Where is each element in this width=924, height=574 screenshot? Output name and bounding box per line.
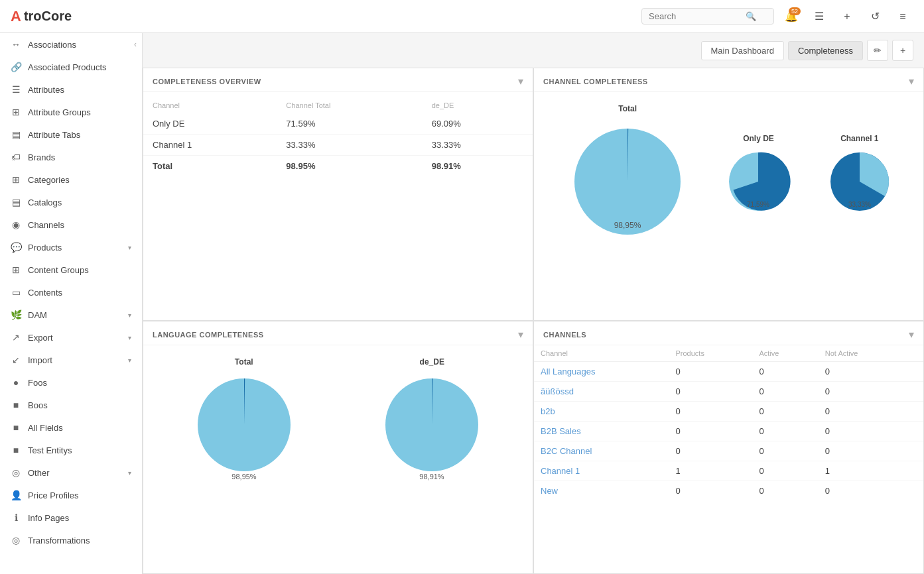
language-pie-section: Total 98,95% de_DE [143, 351, 533, 498]
plus-icon[interactable]: + [836, 6, 858, 27]
completeness-table: Channel Channel Total de_DE Only DE71.59… [143, 97, 533, 176]
sidebar-item-brands[interactable]: 🏷 Brands [0, 146, 142, 168]
channel-cell[interactable]: äüßössd [534, 382, 669, 402]
sidebar-item-content-groups[interactable]: ⊞ Content Groups [0, 258, 142, 281]
completeness-overview-content: Channel Channel Total de_DE Only DE71.59… [143, 92, 533, 320]
sidebar-item-associations[interactable]: ↔ Associations ‹ [0, 33, 142, 56]
lang-total-label: Total [235, 357, 253, 367]
sidebar-item-label: Brands [28, 152, 131, 162]
sidebar-item-price-profiles[interactable]: 👤 Price Profiles [0, 484, 142, 506]
notifications-icon[interactable]: 🔔 52 [781, 6, 802, 27]
scroll-cell [910, 481, 923, 501]
panel-menu-icon[interactable]: ▾ [518, 75, 523, 87]
svg-text:98,91%: 98,91% [420, 473, 445, 481]
active-cell[interactable]: 0 [753, 382, 819, 402]
table-row: b2b000 [534, 402, 923, 422]
sidebar: ↔ Associations ‹ 🔗 Associated Products ☰… [0, 33, 143, 574]
not-active-cell[interactable]: 0 [819, 382, 910, 402]
tab-completeness[interactable]: Completeness [788, 41, 863, 60]
channel-cell[interactable]: B2B Sales [534, 422, 669, 441]
sidebar-item-info-pages[interactable]: ℹ Info Pages [0, 506, 142, 529]
search-input[interactable] [649, 11, 742, 21]
panel-menu-icon[interactable]: ▾ [909, 328, 914, 341]
sidebar-item-import[interactable]: ↙ Import ▾ [0, 349, 142, 371]
channel-completeness-content: Total 98,95% Only DE [534, 92, 923, 320]
history-icon[interactable]: ↺ [864, 6, 886, 27]
channel-cell[interactable]: B2C Channel [534, 441, 669, 461]
sidebar-item-attributes[interactable]: ☰ Attributes [0, 78, 142, 101]
sidebar-item-dam[interactable]: 🌿 DAM ▾ [0, 304, 142, 326]
sidebar-item-label: Catalogs [28, 198, 131, 207]
language-completeness-panel: LANGUAGE COMPLETENESS ▾ Total 98,95% [143, 321, 533, 574]
active-cell: 0 [753, 362, 819, 382]
svg-text:71,59%: 71,59% [748, 201, 770, 208]
channels-col-not-active: Not Active [819, 345, 910, 362]
sidebar-item-channels[interactable]: ◉ Channels [0, 213, 142, 236]
products-cell: 0 [669, 382, 753, 402]
sidebar-item-transformations[interactable]: ◎ Transformations [0, 529, 142, 551]
channel-cell[interactable]: All Languages [534, 362, 669, 382]
pie-channel-1-chart: 33,33% [826, 148, 893, 215]
sidebar-item-catalogs[interactable]: ▤ Catalogs [0, 191, 142, 213]
catalogs-icon: ▤ [11, 197, 21, 207]
collapse-icon[interactable]: ‹ [134, 40, 137, 49]
price-profiles-icon: 👤 [11, 490, 21, 500]
other-icon: ◎ [11, 467, 21, 478]
pie-channel-1: Channel 1 33,33% [826, 134, 893, 215]
col-de-de: de_DE [423, 97, 533, 113]
channels-table: Channel Products Active Not Active All L… [534, 345, 923, 500]
table-row: Channel 1101 [534, 461, 923, 481]
channel-cell[interactable]: Channel 1 [534, 461, 669, 481]
sidebar-item-export[interactable]: ↗ Export ▾ [0, 326, 142, 349]
sidebar-item-categories[interactable]: ⊞ Categories [0, 168, 142, 191]
sidebar-item-associated-products[interactable]: 🔗 Associated Products [0, 56, 142, 78]
not-active-cell[interactable]: 0 [819, 402, 910, 422]
sidebar-item-foos[interactable]: ● Foos [0, 371, 142, 394]
products-icon: 💬 [11, 242, 21, 253]
table-row: Only DE71.59%69.09% [143, 113, 533, 135]
sidebar-item-attribute-tabs[interactable]: ▤ Attribute Tabs [0, 123, 142, 146]
app-logo[interactable]: A troCore [11, 8, 72, 25]
sidebar-item-other[interactable]: ◎ Other ▾ [0, 461, 142, 484]
sidebar-item-all-fields[interactable]: ■ All Fields [0, 416, 142, 439]
notification-badge: 52 [789, 7, 801, 16]
panel-menu-icon[interactable]: ▾ [518, 328, 523, 341]
products-cell: 1 [669, 461, 753, 481]
attribute-tabs-icon: ▤ [11, 129, 21, 140]
sidebar-item-label: Price Profiles [28, 490, 131, 500]
sidebar-item-boos[interactable]: ■ Boos [0, 394, 142, 416]
sidebar-item-label: Info Pages [28, 513, 131, 523]
channel-cell[interactable]: Only DE [143, 113, 277, 135]
boos-icon: ■ [11, 400, 21, 410]
sidebar-item-attribute-groups[interactable]: ⊞ Attribute Groups [0, 101, 142, 123]
channel-cell[interactable]: b2b [534, 402, 669, 422]
test-entitys-icon: ■ [11, 445, 21, 455]
sidebar-item-label: Categories [28, 175, 131, 185]
sidebar-item-label: Content Groups [28, 265, 131, 275]
sidebar-item-products[interactable]: 💬 Products ▾ [0, 236, 142, 258]
list-icon[interactable]: ☰ [809, 6, 830, 27]
add-dashboard-button[interactable]: + [892, 40, 913, 61]
sidebar-item-label: Export [28, 333, 121, 343]
lang-total-chart: 98,95% [191, 372, 297, 491]
import-chevron: ▾ [128, 357, 131, 364]
menu-icon[interactable]: ≡ [892, 6, 913, 27]
sidebar-item-contents[interactable]: ▭ Contents [0, 281, 142, 304]
active-cell[interactable]: 0 [753, 402, 819, 422]
panel-menu-icon[interactable]: ▾ [909, 75, 914, 87]
not-active-cell: 0 [819, 362, 910, 382]
tab-main-dashboard[interactable]: Main Dashboard [701, 41, 784, 60]
edit-dashboard-button[interactable]: ✏ [867, 40, 888, 61]
channel-cell[interactable]: Channel 1 [143, 135, 277, 156]
not-active-cell: 0 [819, 422, 910, 441]
app-layout: ↔ Associations ‹ 🔗 Associated Products ☰… [0, 33, 924, 574]
table-row: All Languages000 [534, 362, 923, 382]
sidebar-item-test-entitys[interactable]: ■ Test Entitys [0, 439, 142, 461]
pie-total-chart: 98,95% [564, 119, 691, 245]
channels-col-products: Products [669, 345, 753, 362]
active-cell[interactable]: 0 [753, 481, 819, 501]
not-active-cell[interactable]: 0 [819, 481, 910, 501]
scroll-cell [910, 402, 923, 422]
search-bar: 🔍 [641, 8, 774, 25]
channel-cell[interactable]: New [534, 481, 669, 501]
